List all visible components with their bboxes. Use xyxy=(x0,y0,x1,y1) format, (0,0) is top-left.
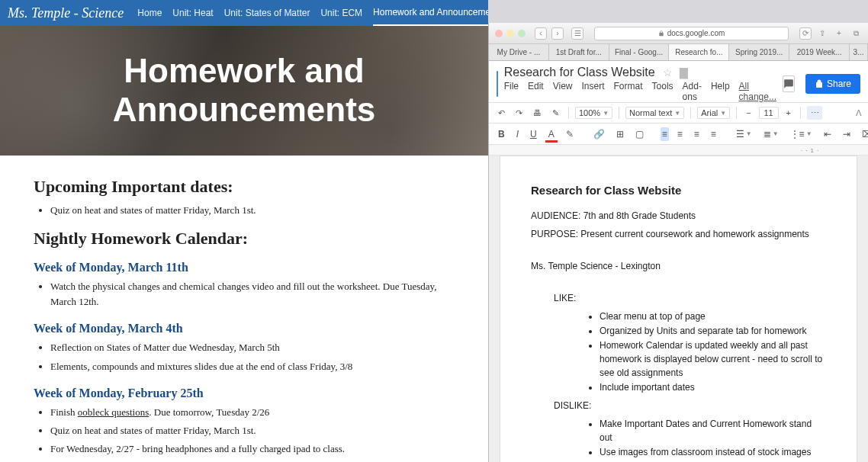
menu-file[interactable]: File xyxy=(504,81,519,102)
browser-tab[interactable]: 1st Draft for... xyxy=(549,44,609,60)
align-left-button[interactable]: ≡ xyxy=(661,127,669,141)
align-center-button[interactable]: ≡ xyxy=(674,127,686,141)
menu-tools[interactable]: Tools xyxy=(652,81,674,102)
list-item: Quiz on heat and states of matter Friday… xyxy=(50,423,455,438)
text-color-button[interactable]: A xyxy=(545,127,558,141)
maximize-icon[interactable] xyxy=(518,30,526,37)
more-button[interactable]: ⋯ xyxy=(807,106,822,120)
doc-text: PURPOSE: Present current coursework and … xyxy=(531,227,826,241)
close-icon[interactable] xyxy=(495,30,503,37)
address-bar[interactable]: docs.google.com xyxy=(594,27,789,40)
menu-insert[interactable]: Insert xyxy=(582,81,605,102)
doc-text: DISLIKE: xyxy=(554,399,826,412)
font-select[interactable]: Arial▼ xyxy=(697,107,730,119)
doc-list: Clear menu at top of page Organized by U… xyxy=(600,310,826,394)
docs-toolbar-2: B I U A ✎ 🔗 ⊞ ▢ ≡ ≡ ≡ ≡ ☰▼ ≣▼ ⋮≡▼ ⇤ ⇥ ⌧ xyxy=(489,124,868,145)
browser-tab[interactable]: Research fo... xyxy=(669,44,729,60)
clear-format-button[interactable]: ⌧ xyxy=(859,127,868,141)
list-item: Quiz on heat and states of matter Friday… xyxy=(50,203,455,218)
url-text: docs.google.com xyxy=(667,29,725,37)
hero-banner: Homework and Announcements xyxy=(0,26,488,156)
share-button[interactable]: Share xyxy=(805,74,860,94)
page-canvas: Research for Class Website AUDIENCE: 7th… xyxy=(489,156,868,462)
link-button[interactable]: 🔗 xyxy=(590,127,608,141)
nav-home[interactable]: Home xyxy=(137,1,162,25)
size-decrease[interactable]: − xyxy=(743,107,754,119)
hero-title: Homework and Announcements xyxy=(0,52,488,129)
comment-button[interactable]: ⊞ xyxy=(613,127,627,141)
zoom-select[interactable]: 100%▼ xyxy=(575,107,612,119)
print-button[interactable]: 🖶 xyxy=(530,107,545,119)
browser-chrome: ‹ › ☰ docs.google.com ⟳ ⇪ + ⧉ xyxy=(489,23,868,44)
doc-text: LIKE: xyxy=(554,291,826,305)
star-icon[interactable]: ☆ xyxy=(663,66,673,79)
share-label: Share xyxy=(827,79,851,89)
menu-format[interactable]: Format xyxy=(614,81,643,102)
paint-format-button[interactable]: ✎ xyxy=(549,107,562,120)
week-heading: Week of Monday, February 25th xyxy=(34,387,455,400)
comments-icon[interactable] xyxy=(783,75,795,92)
forward-button[interactable]: › xyxy=(551,27,564,40)
font-size-input[interactable]: 11 xyxy=(759,107,779,119)
italic-button[interactable]: I xyxy=(513,127,522,141)
indent-increase-button[interactable]: ⇥ xyxy=(840,127,854,141)
doc-text: AUDIENCE: 7th and 8th Grade Students xyxy=(531,209,826,223)
window-controls xyxy=(495,30,526,37)
menu-view[interactable]: View xyxy=(553,81,573,102)
nav-heat[interactable]: Unit: Heat xyxy=(172,1,213,25)
site-navbar: Ms. Temple - Science Home Unit: Heat Uni… xyxy=(0,0,488,26)
list-item: Elements, compounds and mixtures slides … xyxy=(50,359,455,374)
site-title[interactable]: Ms. Temple - Science xyxy=(8,5,124,21)
highlight-button[interactable]: ✎ xyxy=(563,127,577,141)
indent-decrease-button[interactable]: ⇤ xyxy=(821,127,834,141)
image-button[interactable]: ▢ xyxy=(632,127,647,141)
reload-button[interactable]: ⟳ xyxy=(799,27,812,40)
collapse-toolbar-icon[interactable]: ᐱ xyxy=(856,108,862,118)
size-increase[interactable]: + xyxy=(783,107,794,119)
numbered-list-button[interactable]: ≣▼ xyxy=(760,127,782,141)
list-item: For Wednesday, 2/27 - bring headphones a… xyxy=(50,441,455,457)
document-page[interactable]: Research for Class Website AUDIENCE: 7th… xyxy=(500,156,857,462)
sidebar-button[interactable]: ☰ xyxy=(571,27,583,40)
nav-ecm[interactable]: Unit: ECM xyxy=(320,1,362,25)
folder-icon[interactable]: ▇ xyxy=(680,66,688,79)
style-select[interactable]: Normal text▼ xyxy=(625,107,684,119)
underline-button[interactable]: U xyxy=(527,127,540,141)
align-justify-button[interactable]: ≡ xyxy=(708,127,719,141)
doc-title[interactable]: Research for Class Website xyxy=(504,66,655,79)
share-button[interactable]: ⇪ xyxy=(816,27,828,40)
align-right-button[interactable]: ≡ xyxy=(691,127,702,141)
line-spacing-button[interactable]: ☰▼ xyxy=(733,127,755,141)
doc-text: Ms. Temple Science - Lexington xyxy=(531,259,826,273)
docs-toolbar-1: ↶ ↷ 🖶 ✎ 100%▼ Normal text▼ Arial▼ − 11 +… xyxy=(489,102,868,124)
list-item: Make Important Dates and Current Homewor… xyxy=(600,417,826,444)
tabs-button[interactable]: ⧉ xyxy=(850,27,862,40)
menu-addons[interactable]: Add-ons xyxy=(683,81,702,102)
revision-link[interactable]: All change... xyxy=(739,81,776,102)
back-button[interactable]: ‹ xyxy=(535,27,547,40)
menu-help[interactable]: Help xyxy=(711,81,730,102)
new-tab-button[interactable]: + xyxy=(833,27,845,40)
week-list: Finish oobleck questions. Due tomorrow, … xyxy=(50,405,455,462)
browser-tab[interactable]: Spring 2019... xyxy=(729,44,789,60)
nav-links: Home Unit: Heat Unit: States of Matter U… xyxy=(137,0,488,27)
ruler[interactable]: ··1· xyxy=(489,145,868,156)
browser-tab[interactable]: 3... xyxy=(850,44,868,60)
browser-tab[interactable]: 2019 Week... xyxy=(789,44,850,60)
nav-homework[interactable]: Homework and Announceme... xyxy=(373,0,488,27)
bold-button[interactable]: B xyxy=(495,127,508,141)
class-website-pane: Ms. Temple - Science Home Unit: Heat Uni… xyxy=(0,0,488,462)
list-item: Include important dates xyxy=(600,380,826,394)
undo-button[interactable]: ↶ xyxy=(495,107,508,120)
list-item: Finish oobleck questions. Due tomorrow, … xyxy=(50,405,455,420)
docs-menubar: File Edit View Insert Format Tools Add-o… xyxy=(504,81,776,102)
bulleted-list-button[interactable]: ⋮≡▼ xyxy=(787,127,815,141)
list-item: Watch the physical changes and chemical … xyxy=(50,279,455,310)
nav-states[interactable]: Unit: States of Matter xyxy=(224,1,310,25)
browser-tab[interactable]: Final - Goog... xyxy=(609,44,670,60)
redo-button[interactable]: ↷ xyxy=(513,107,526,120)
menu-edit[interactable]: Edit xyxy=(528,81,544,102)
minimize-icon[interactable] xyxy=(506,30,514,37)
browser-tab[interactable]: My Drive - ... xyxy=(489,44,549,60)
docs-logo-icon[interactable] xyxy=(497,71,498,97)
